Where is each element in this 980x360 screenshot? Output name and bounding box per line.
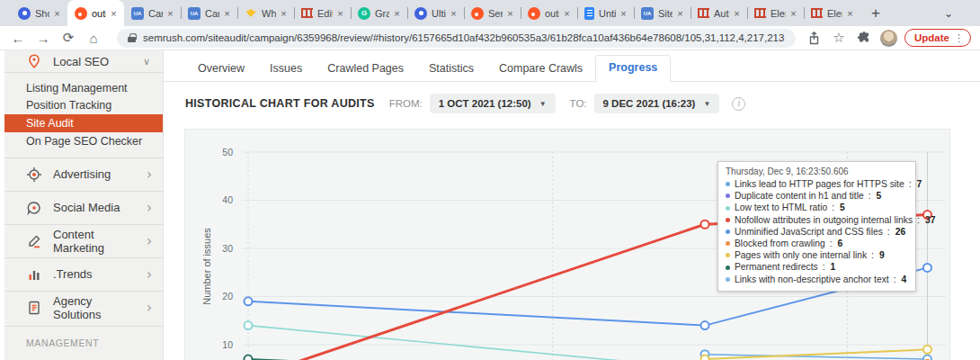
data-point-marker[interactable] (701, 321, 709, 329)
y-tick-label: 50 (222, 147, 233, 158)
browser-tab[interactable]: Gra (351, 0, 407, 26)
profile-avatar[interactable] (880, 30, 897, 47)
from-date-dropdown[interactable]: 1 OCT 2021 (12:50) ▼ (430, 94, 556, 113)
browser-tab[interactable]: Unti (577, 0, 634, 26)
close-tab-icon[interactable] (504, 7, 516, 19)
blue-app-favicon-icon (18, 7, 31, 20)
y-tick-label: 40 (222, 194, 233, 205)
browser-tab[interactable]: Edit (294, 0, 351, 26)
data-point-marker[interactable] (923, 264, 931, 272)
browser-tab[interactable]: Can (181, 0, 237, 26)
browser-tab[interactable]: Whe (237, 0, 294, 26)
data-point-marker[interactable] (245, 356, 253, 360)
sidebar-section-label: Content Marketing (53, 228, 136, 255)
browser-tab[interactable]: Site (634, 0, 690, 26)
browser-tab-bar: ShooutcCanCanWheEditGraUltiSemoutcUntiSi… (0, 0, 980, 26)
data-point-marker[interactable] (701, 220, 709, 229)
plus-icon[interactable]: + (143, 357, 150, 360)
tooltip-item-value: 9 (879, 249, 885, 261)
home-button[interactable]: ⌂ (83, 27, 104, 49)
tab-crawled-pages[interactable]: Crawled Pages (315, 57, 416, 82)
sidebar-item-listing-management[interactable]: Listing Management (4, 79, 163, 97)
info-icon[interactable]: i (732, 97, 745, 111)
chevron-down-icon[interactable]: ∨ (143, 56, 150, 68)
tab-statistics[interactable]: Statistics (416, 57, 486, 82)
y-tick-label: 30 (222, 243, 233, 254)
ua-blue-favicon-icon (188, 7, 200, 20)
page-title: HISTORICAL CHART FOR AUDITS (185, 97, 375, 110)
tooltip-item-value: 26 (895, 226, 905, 238)
browser-tab[interactable]: outc (67, 0, 124, 26)
close-tab-icon[interactable] (165, 7, 176, 19)
tab-issues[interactable]: Issues (257, 57, 315, 82)
data-point-marker[interactable] (701, 356, 709, 360)
close-tab-icon[interactable] (844, 7, 856, 19)
browser-tab[interactable]: outc (521, 0, 577, 26)
sidebar-sub-list: Listing ManagementPosition TrackingSite … (4, 73, 163, 158)
sidebar-section-advertising[interactable]: Advertising (4, 158, 163, 191)
sidebar-section-contentmarketing[interactable]: Content Marketing (4, 224, 163, 257)
close-tab-icon[interactable] (561, 7, 573, 19)
browser-tab[interactable]: Elen (747, 0, 804, 26)
google-docs-favicon-icon (584, 7, 594, 20)
browser-toolbar: ← → ⟳ ⌂ semrush.com/siteaudit/campaign/6… (0, 26, 980, 50)
tab-compare-crawls[interactable]: Compare Crawls (486, 57, 595, 82)
sidebar-item-position-tracking[interactable]: Position Tracking (4, 97, 163, 115)
red-app-favicon-icon (301, 8, 313, 18)
close-tab-icon[interactable] (278, 7, 290, 19)
extensions-puzzle-icon[interactable] (855, 29, 873, 47)
close-tab-icon[interactable] (731, 7, 743, 19)
sidebar-group-local-seo[interactable]: Local SEO ∨ (4, 50, 163, 72)
browser-tab[interactable]: Auto (690, 0, 747, 26)
site-audit-tabs: OverviewIssuesCrawled PagesStatisticsCom… (185, 57, 671, 82)
chart-header: HISTORICAL CHART FOR AUDITS FROM: 1 OCT … (185, 93, 745, 114)
legend-dot-icon (726, 206, 730, 211)
sidebar-section-agencysolutions[interactable]: Agency Solutions (4, 291, 163, 324)
tooltip-item-value: 5 (840, 202, 845, 213)
browser-tab[interactable]: Ulti (407, 0, 464, 26)
browser-menu-icon[interactable]: ⋮ (954, 32, 964, 44)
close-tab-icon[interactable] (448, 7, 459, 19)
close-tab-icon[interactable] (391, 7, 403, 19)
address-bar[interactable]: semrush.com/siteaudit/campaign/6359968/r… (117, 29, 796, 48)
bookmark-star-icon[interactable]: ☆ (830, 29, 848, 47)
sidebar-item-my-reports[interactable]: My Reports+ (4, 352, 163, 360)
legend-dot-icon (726, 230, 730, 234)
to-date-value: 9 DEC 2021 (16:23) (603, 98, 696, 109)
tab-progress[interactable]: Progress (595, 55, 671, 82)
close-tab-icon[interactable] (674, 7, 686, 19)
browser-tab[interactable]: Sem (464, 0, 521, 26)
data-point-marker[interactable] (245, 297, 253, 305)
tooltip-item-label: Links with non-descriptive anchor text (735, 274, 889, 285)
tab-overflow-chevron-icon[interactable]: ⌄ (944, 0, 953, 26)
url-text[interactable]: semrush.com/siteaudit/campaign/6359968/r… (143, 32, 785, 43)
close-tab-icon[interactable] (618, 7, 629, 19)
tooltip-item: Links lead to HTTP pages for HTTPS site:… (726, 178, 908, 190)
browser-tab[interactable]: Elen (804, 0, 860, 26)
browser-tab[interactable]: Sho (11, 0, 67, 26)
forward-button[interactable]: → (32, 27, 54, 49)
data-point-marker[interactable] (245, 321, 253, 329)
sidebar-section-socialmedia[interactable]: Social Media (4, 191, 163, 224)
new-tab-button[interactable]: + (864, 2, 887, 25)
close-tab-icon[interactable] (788, 7, 799, 19)
back-button[interactable]: ← (7, 27, 29, 49)
sidebar-item-on-page-seo-checker[interactable]: On Page SEO Checker (4, 132, 163, 150)
close-tab-icon[interactable] (108, 7, 120, 19)
chevron-right-icon (147, 266, 152, 283)
chrome-update-button[interactable]: Update ⋮ (904, 29, 971, 47)
to-date-dropdown[interactable]: 9 DEC 2021 (16:23) ▼ (594, 94, 720, 113)
data-point-marker[interactable] (923, 346, 931, 354)
sidebar-item-site-audit[interactable]: Site Audit (4, 114, 163, 132)
chart-tooltip: Thursday, Dec 9, 16:23:50.606 Links lead… (717, 161, 916, 292)
close-tab-icon[interactable] (51, 7, 63, 19)
reload-button[interactable]: ⟳ (58, 27, 79, 49)
share-icon[interactable] (805, 29, 823, 47)
tab-overview[interactable]: Overview (185, 57, 257, 82)
close-tab-icon[interactable] (221, 7, 233, 19)
browser-tab[interactable]: Can (124, 0, 181, 26)
sidebar-section-trends[interactable]: .Trends (4, 257, 163, 291)
caret-down-icon: ▼ (539, 100, 547, 108)
close-tab-icon[interactable] (334, 7, 346, 19)
legend-dot-icon (726, 218, 730, 222)
